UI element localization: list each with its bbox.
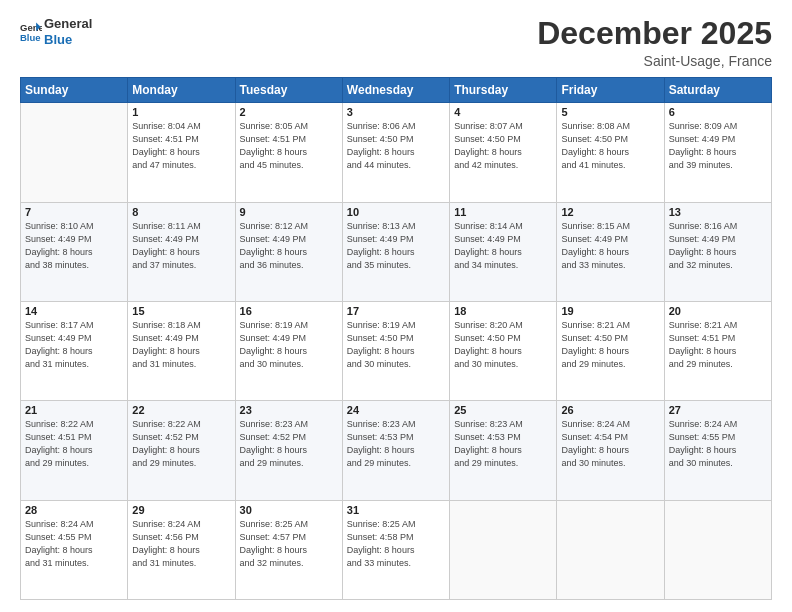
logo-line2: Blue xyxy=(44,32,92,48)
day-info: Sunrise: 8:22 AMSunset: 4:52 PMDaylight:… xyxy=(132,418,230,470)
day-info: Sunrise: 8:13 AMSunset: 4:49 PMDaylight:… xyxy=(347,220,445,272)
calendar-cell xyxy=(557,500,664,599)
day-info: Sunrise: 8:23 AMSunset: 4:53 PMDaylight:… xyxy=(454,418,552,470)
logo-icon: General Blue xyxy=(20,21,42,43)
day-number: 2 xyxy=(240,106,338,118)
calendar-cell: 15Sunrise: 8:18 AMSunset: 4:49 PMDayligh… xyxy=(128,301,235,400)
day-number: 10 xyxy=(347,206,445,218)
page: General Blue General Blue December 2025 … xyxy=(0,0,792,612)
calendar-cell: 6Sunrise: 8:09 AMSunset: 4:49 PMDaylight… xyxy=(664,103,771,202)
day-number: 19 xyxy=(561,305,659,317)
day-number: 12 xyxy=(561,206,659,218)
title-block: December 2025 Saint-Usage, France xyxy=(537,16,772,69)
day-info: Sunrise: 8:24 AMSunset: 4:54 PMDaylight:… xyxy=(561,418,659,470)
calendar-table: SundayMondayTuesdayWednesdayThursdayFrid… xyxy=(20,77,772,600)
day-info: Sunrise: 8:14 AMSunset: 4:49 PMDaylight:… xyxy=(454,220,552,272)
day-number: 18 xyxy=(454,305,552,317)
calendar-cell: 2Sunrise: 8:05 AMSunset: 4:51 PMDaylight… xyxy=(235,103,342,202)
day-number: 11 xyxy=(454,206,552,218)
day-info: Sunrise: 8:19 AMSunset: 4:50 PMDaylight:… xyxy=(347,319,445,371)
day-number: 9 xyxy=(240,206,338,218)
day-number: 31 xyxy=(347,504,445,516)
day-info: Sunrise: 8:12 AMSunset: 4:49 PMDaylight:… xyxy=(240,220,338,272)
calendar-cell: 8Sunrise: 8:11 AMSunset: 4:49 PMDaylight… xyxy=(128,202,235,301)
calendar-cell: 12Sunrise: 8:15 AMSunset: 4:49 PMDayligh… xyxy=(557,202,664,301)
calendar-cell: 9Sunrise: 8:12 AMSunset: 4:49 PMDaylight… xyxy=(235,202,342,301)
day-number: 22 xyxy=(132,404,230,416)
logo: General Blue General Blue xyxy=(20,16,92,47)
weekday-header-sunday: Sunday xyxy=(21,78,128,103)
day-number: 26 xyxy=(561,404,659,416)
day-info: Sunrise: 8:25 AMSunset: 4:57 PMDaylight:… xyxy=(240,518,338,570)
location: Saint-Usage, France xyxy=(537,53,772,69)
calendar-cell: 24Sunrise: 8:23 AMSunset: 4:53 PMDayligh… xyxy=(342,401,449,500)
weekday-header-thursday: Thursday xyxy=(450,78,557,103)
calendar-cell: 16Sunrise: 8:19 AMSunset: 4:49 PMDayligh… xyxy=(235,301,342,400)
calendar-cell: 13Sunrise: 8:16 AMSunset: 4:49 PMDayligh… xyxy=(664,202,771,301)
calendar-cell xyxy=(21,103,128,202)
calendar-cell: 11Sunrise: 8:14 AMSunset: 4:49 PMDayligh… xyxy=(450,202,557,301)
calendar-cell: 23Sunrise: 8:23 AMSunset: 4:52 PMDayligh… xyxy=(235,401,342,500)
calendar-cell: 25Sunrise: 8:23 AMSunset: 4:53 PMDayligh… xyxy=(450,401,557,500)
week-row-0: 1Sunrise: 8:04 AMSunset: 4:51 PMDaylight… xyxy=(21,103,772,202)
calendar-body: 1Sunrise: 8:04 AMSunset: 4:51 PMDaylight… xyxy=(21,103,772,600)
day-info: Sunrise: 8:24 AMSunset: 4:55 PMDaylight:… xyxy=(669,418,767,470)
calendar-cell: 28Sunrise: 8:24 AMSunset: 4:55 PMDayligh… xyxy=(21,500,128,599)
day-number: 17 xyxy=(347,305,445,317)
calendar-cell: 19Sunrise: 8:21 AMSunset: 4:50 PMDayligh… xyxy=(557,301,664,400)
calendar-cell xyxy=(450,500,557,599)
day-info: Sunrise: 8:21 AMSunset: 4:51 PMDaylight:… xyxy=(669,319,767,371)
month-title: December 2025 xyxy=(537,16,772,51)
day-info: Sunrise: 8:23 AMSunset: 4:52 PMDaylight:… xyxy=(240,418,338,470)
day-info: Sunrise: 8:17 AMSunset: 4:49 PMDaylight:… xyxy=(25,319,123,371)
logo-line1: General xyxy=(44,16,92,32)
calendar-cell: 14Sunrise: 8:17 AMSunset: 4:49 PMDayligh… xyxy=(21,301,128,400)
day-number: 28 xyxy=(25,504,123,516)
day-info: Sunrise: 8:24 AMSunset: 4:56 PMDaylight:… xyxy=(132,518,230,570)
day-number: 14 xyxy=(25,305,123,317)
weekday-header-wednesday: Wednesday xyxy=(342,78,449,103)
calendar-cell: 18Sunrise: 8:20 AMSunset: 4:50 PMDayligh… xyxy=(450,301,557,400)
day-info: Sunrise: 8:16 AMSunset: 4:49 PMDaylight:… xyxy=(669,220,767,272)
day-info: Sunrise: 8:20 AMSunset: 4:50 PMDaylight:… xyxy=(454,319,552,371)
day-number: 29 xyxy=(132,504,230,516)
header: General Blue General Blue December 2025 … xyxy=(20,16,772,69)
calendar-cell: 5Sunrise: 8:08 AMSunset: 4:50 PMDaylight… xyxy=(557,103,664,202)
day-number: 24 xyxy=(347,404,445,416)
week-row-4: 28Sunrise: 8:24 AMSunset: 4:55 PMDayligh… xyxy=(21,500,772,599)
calendar-cell: 22Sunrise: 8:22 AMSunset: 4:52 PMDayligh… xyxy=(128,401,235,500)
day-number: 30 xyxy=(240,504,338,516)
calendar-cell: 29Sunrise: 8:24 AMSunset: 4:56 PMDayligh… xyxy=(128,500,235,599)
day-info: Sunrise: 8:07 AMSunset: 4:50 PMDaylight:… xyxy=(454,120,552,172)
svg-text:Blue: Blue xyxy=(20,31,41,42)
day-number: 4 xyxy=(454,106,552,118)
day-info: Sunrise: 8:18 AMSunset: 4:49 PMDaylight:… xyxy=(132,319,230,371)
day-info: Sunrise: 8:05 AMSunset: 4:51 PMDaylight:… xyxy=(240,120,338,172)
day-number: 27 xyxy=(669,404,767,416)
calendar-cell: 21Sunrise: 8:22 AMSunset: 4:51 PMDayligh… xyxy=(21,401,128,500)
day-number: 23 xyxy=(240,404,338,416)
day-info: Sunrise: 8:22 AMSunset: 4:51 PMDaylight:… xyxy=(25,418,123,470)
weekday-header-saturday: Saturday xyxy=(664,78,771,103)
day-info: Sunrise: 8:11 AMSunset: 4:49 PMDaylight:… xyxy=(132,220,230,272)
day-number: 15 xyxy=(132,305,230,317)
day-number: 21 xyxy=(25,404,123,416)
weekday-header-monday: Monday xyxy=(128,78,235,103)
calendar-cell: 7Sunrise: 8:10 AMSunset: 4:49 PMDaylight… xyxy=(21,202,128,301)
calendar-cell: 30Sunrise: 8:25 AMSunset: 4:57 PMDayligh… xyxy=(235,500,342,599)
day-number: 1 xyxy=(132,106,230,118)
day-info: Sunrise: 8:15 AMSunset: 4:49 PMDaylight:… xyxy=(561,220,659,272)
week-row-3: 21Sunrise: 8:22 AMSunset: 4:51 PMDayligh… xyxy=(21,401,772,500)
weekday-header-row: SundayMondayTuesdayWednesdayThursdayFrid… xyxy=(21,78,772,103)
weekday-header-tuesday: Tuesday xyxy=(235,78,342,103)
day-info: Sunrise: 8:10 AMSunset: 4:49 PMDaylight:… xyxy=(25,220,123,272)
day-number: 5 xyxy=(561,106,659,118)
day-info: Sunrise: 8:24 AMSunset: 4:55 PMDaylight:… xyxy=(25,518,123,570)
day-info: Sunrise: 8:23 AMSunset: 4:53 PMDaylight:… xyxy=(347,418,445,470)
week-row-2: 14Sunrise: 8:17 AMSunset: 4:49 PMDayligh… xyxy=(21,301,772,400)
calendar-cell: 10Sunrise: 8:13 AMSunset: 4:49 PMDayligh… xyxy=(342,202,449,301)
day-info: Sunrise: 8:08 AMSunset: 4:50 PMDaylight:… xyxy=(561,120,659,172)
calendar-cell: 1Sunrise: 8:04 AMSunset: 4:51 PMDaylight… xyxy=(128,103,235,202)
day-number: 6 xyxy=(669,106,767,118)
calendar-cell: 31Sunrise: 8:25 AMSunset: 4:58 PMDayligh… xyxy=(342,500,449,599)
